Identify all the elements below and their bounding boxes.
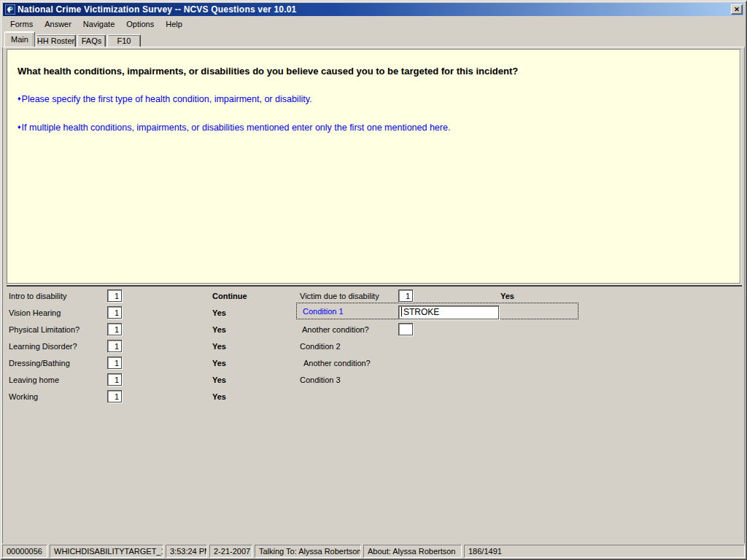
status-field-name: WHICHDISABILITYTARGET_1 xyxy=(50,545,163,558)
app-window: National Crime Victimization Survey -- N… xyxy=(0,0,747,560)
instruction-line: ♦If multiple health conditions, impairme… xyxy=(18,122,729,133)
question-text: What health conditions, impairments, or … xyxy=(18,66,729,77)
field-answer: Yes xyxy=(500,292,514,300)
victim-due-to-disability-input[interactable] xyxy=(398,289,413,302)
form-row: Another condition? xyxy=(7,322,742,337)
menu-options[interactable]: Options xyxy=(120,18,160,30)
status-time: 3:53:24 PM xyxy=(166,545,207,558)
app-icon xyxy=(5,4,15,15)
status-talking-to: Talking To: Alyssa Robertson xyxy=(255,545,361,558)
text-caret xyxy=(401,307,402,316)
form-grid: Intro to disability Continue Vision Hear… xyxy=(7,285,742,542)
condition-1-field-wrap xyxy=(398,305,499,319)
title-bar: National Crime Victimization Survey -- N… xyxy=(3,3,744,16)
field-label: Vision Hearing xyxy=(9,308,61,317)
form-row: Condition 2 xyxy=(7,338,742,354)
tab-main[interactable]: Main xyxy=(4,31,35,47)
form-row: Vision Hearing Yes xyxy=(7,305,298,320)
field-label: Condition 3 xyxy=(300,376,341,384)
working-input[interactable] xyxy=(107,390,122,402)
form-row: Working Yes xyxy=(7,389,298,404)
field-label: Another condition? xyxy=(303,359,371,368)
menu-answer[interactable]: Answer xyxy=(39,18,77,30)
instruction-text: If multiple health conditions, impairmen… xyxy=(22,122,451,133)
field-answer: Yes xyxy=(212,308,226,317)
form-row: Another condition? xyxy=(7,355,742,370)
diamond-bullet-icon: ♦ xyxy=(18,95,21,102)
status-case-id: 00000056 xyxy=(2,545,47,558)
menu-bar: Forms Answer Navigate Options Help xyxy=(3,17,744,31)
instruction-text: Please specify the first type of health … xyxy=(22,94,312,104)
focused-field-row: Condition 1 xyxy=(296,303,578,319)
diamond-bullet-icon: ♦ xyxy=(18,123,21,131)
close-icon[interactable]: ✕ xyxy=(731,4,743,15)
tab-strip: Main HH Roster FAQs F10 xyxy=(4,31,743,47)
menu-navigate[interactable]: Navigate xyxy=(77,18,120,30)
menu-help[interactable]: Help xyxy=(160,18,188,30)
status-bar: 00000056 WHICHDISABILITYTARGET_1 3:53:24… xyxy=(2,544,745,558)
field-label: Working xyxy=(9,392,38,401)
question-panel: What health conditions, impairments, or … xyxy=(7,49,740,284)
field-label: Condition 2 xyxy=(300,342,341,351)
field-label: Another condition? xyxy=(302,325,369,334)
status-progress: 186/1491 xyxy=(464,545,745,558)
status-date: 2-21-2007 xyxy=(209,545,252,558)
form-row: Condition 3 xyxy=(7,372,742,387)
vision-hearing-input[interactable] xyxy=(107,306,122,319)
condition-1-label: Condition 1 xyxy=(303,307,344,316)
instruction-line: ♦Please specify the first type of health… xyxy=(18,94,729,104)
tab-faqs[interactable]: FAQs xyxy=(77,34,106,47)
menu-forms[interactable]: Forms xyxy=(4,18,39,30)
tab-page: What health conditions, impairments, or … xyxy=(2,47,745,543)
tab-f10[interactable]: F10 xyxy=(107,34,141,47)
status-about: About: Alyssa Robertson xyxy=(363,545,462,558)
field-answer: Yes xyxy=(212,392,226,401)
form-row: Victim due to disability Yes xyxy=(7,288,742,303)
condition-1-input[interactable] xyxy=(398,306,499,319)
window-title: National Crime Victimization Survey -- N… xyxy=(18,4,731,15)
field-label: Victim due to disability xyxy=(300,292,379,300)
another-condition-1-input[interactable] xyxy=(398,323,413,335)
tab-hh-roster[interactable]: HH Roster xyxy=(36,34,76,47)
